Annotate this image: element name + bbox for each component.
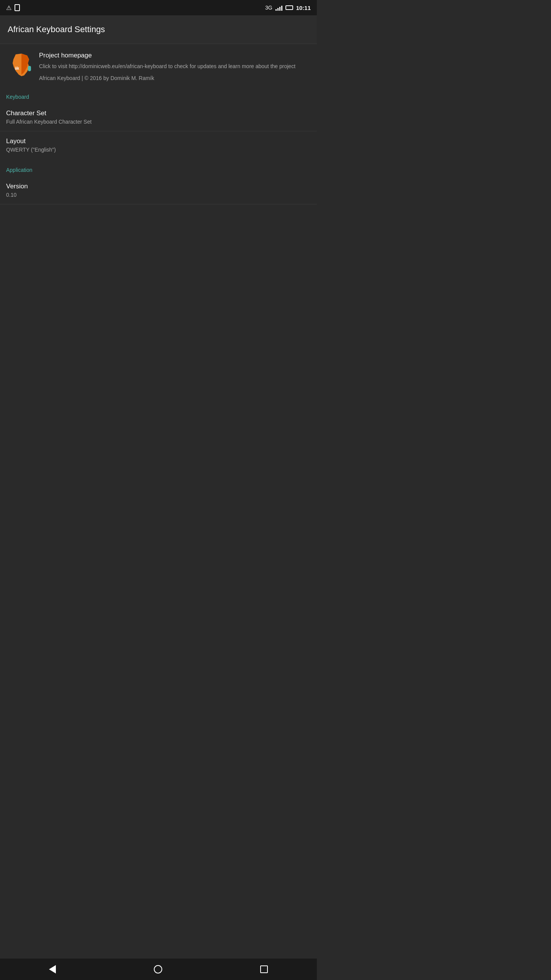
project-homepage-description: Click to visit http://dominicweb.eu/en/a…: [39, 62, 311, 70]
version-title: Version: [6, 183, 311, 190]
page-title-bar: African Keyboard Settings: [0, 15, 317, 44]
sim-icon: [15, 4, 20, 11]
project-homepage-item[interactable]: âk Project homepage Click to visit http:…: [0, 44, 317, 89]
character-set-item[interactable]: Character Set Full African Keyboard Char…: [0, 103, 317, 131]
project-copyright: African Keyboard | © 2016 by Dominik M. …: [39, 75, 311, 81]
character-set-title: Character Set: [6, 109, 311, 117]
keyboard-section-header: Keyboard: [0, 89, 317, 103]
page-title: African Keyboard Settings: [8, 24, 309, 34]
application-section-label: Application: [6, 167, 33, 173]
layout-title: Layout: [6, 137, 311, 145]
app-icon: âk: [6, 52, 33, 78]
main-content: âk Project homepage Click to visit http:…: [0, 44, 317, 358]
warning-icon: ⚠: [6, 4, 11, 11]
application-section-header: Application: [0, 162, 317, 176]
africa-logo-icon: âk: [6, 52, 33, 78]
version-subtitle: 0.10: [6, 192, 311, 198]
svg-rect-0: [28, 66, 31, 71]
status-bar-left: ⚠: [6, 4, 20, 11]
status-time: 10:11: [296, 5, 311, 11]
svg-text:âk: âk: [15, 66, 20, 70]
signal-bar-4: [281, 6, 282, 11]
layout-item[interactable]: Layout QWERTY ("English"): [0, 131, 317, 159]
status-bar: ⚠ 3G 10:11: [0, 0, 317, 15]
project-homepage-title: Project homepage: [39, 52, 311, 59]
keyboard-section-label: Keyboard: [6, 94, 29, 100]
network-label: 3G: [265, 5, 272, 11]
empty-space: [0, 204, 317, 358]
version-item[interactable]: Version 0.10: [0, 176, 317, 204]
signal-bar-1: [276, 9, 277, 11]
layout-subtitle: QWERTY ("English"): [6, 147, 311, 153]
status-bar-right: 3G 10:11: [265, 5, 311, 11]
signal-bar-2: [277, 8, 279, 11]
character-set-subtitle: Full African Keyboard Character Set: [6, 119, 311, 125]
battery-icon: [285, 5, 293, 10]
project-info: Project homepage Click to visit http://d…: [39, 52, 311, 81]
signal-bars: [276, 5, 282, 11]
signal-bar-3: [279, 7, 280, 11]
